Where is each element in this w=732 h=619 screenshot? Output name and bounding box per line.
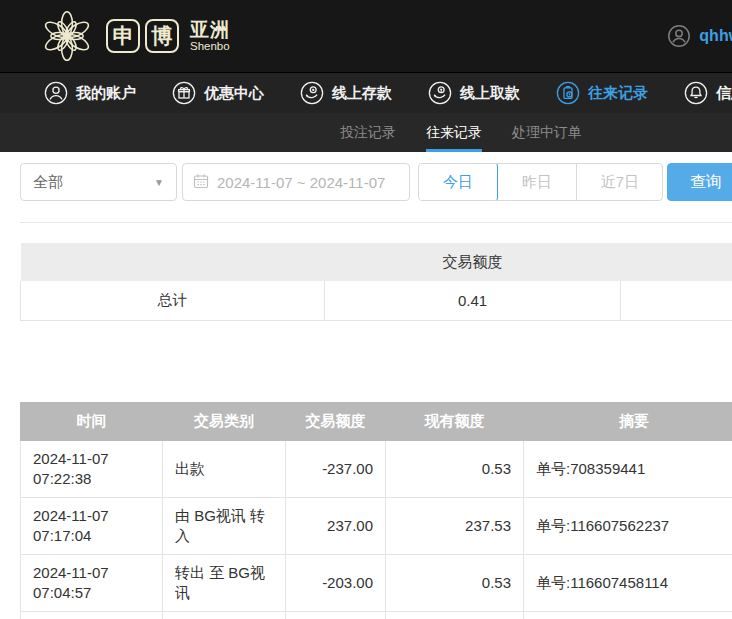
column-header: 交易类别 [163,403,286,441]
brand-logo[interactable]: 申 博 亚洲 Shenbo [40,9,230,63]
nav-item-label: 往来记录 [588,84,648,103]
user-avatar-icon [667,24,691,48]
quick-button-today[interactable]: 今日 [418,163,498,201]
table-row: 2024-11-07 07:22:38出款-237.000.53单号:70835… [21,441,732,498]
quick-button-yesterday[interactable]: 昨日 [498,163,577,201]
section-divider [20,222,732,223]
cell-type: 出款 [163,441,286,498]
date-range-value: 2024-11-07 ~ 2024-11-07 [217,174,385,191]
cell-type: 转出 至 BG视讯 [163,555,286,612]
summary-empty-header [621,243,732,281]
user-account-area[interactable]: qhhw2 [667,0,732,72]
cell-amount: -237.00 [286,441,386,498]
nav-item-withdrawal[interactable]: 线上取款 [428,81,520,105]
summary-amount-header: 交易额度 [325,243,621,281]
page: 申 博 亚洲 Shenbo qhhw2 我的账户优惠中心线上存款线上取款往来记录… [0,0,732,619]
nav-item-messages[interactable]: 信息 [684,81,732,105]
cell-time: 2024-11-07 07:22:38 [21,441,163,498]
tab-pending-orders[interactable]: 处理中订单 [512,113,582,152]
summary-empty-header [21,243,325,281]
main-navigation: 我的账户优惠中心线上存款线上取款往来记录信息 [0,72,732,113]
brand-name-boxes: 申 博 [106,19,179,53]
quick-date-button-group: 今日昨日近7日 [418,163,663,201]
nav-item-label: 线上存款 [332,84,392,103]
deposit-icon [300,81,324,105]
cell-summary: 单号:116607562237 [524,498,732,555]
user-icon [44,81,68,105]
quick-button-last7days[interactable]: 近7日 [577,163,663,201]
column-header: 交易额度 [286,403,386,441]
nav-item-label: 我的账户 [76,84,136,103]
summary-total-label: 总计 [21,281,325,320]
cell-amount: -203.00 [286,555,386,612]
username-text[interactable]: qhhw2 [699,27,732,45]
flower-logo-icon [40,9,94,63]
tab-bet-records[interactable]: 投注记录 [340,113,396,152]
cell-balance: 0.53 [386,555,524,612]
calendar-icon [193,173,209,192]
cell-summary: 单号:708359441 [524,441,732,498]
cell-balance: 0.53 [386,441,524,498]
cell-type: 由 BG视讯 转入 [163,498,286,555]
table-row: 2024-11-07 07:04:57转出 至 BG视讯-203.000.53单… [21,555,732,612]
cell-type: CGPAY-CG钱包支付笔笔送优惠 [163,612,286,619]
transaction-records-table: 时间交易类别交易额度现有额度摘要 2024-11-07 07:22:38出款-2… [20,402,732,619]
gift-icon [172,81,196,105]
nav-item-my-account[interactable]: 我的账户 [44,81,136,105]
cell-balance: 237.53 [386,498,524,555]
sub-navigation: 投注记录往来记录处理中订单 [0,113,732,152]
cell-amount: 1.00 [286,612,386,619]
chevron-down-icon: ▼ [154,177,164,188]
nav-item-label: 线上取款 [460,84,520,103]
nav-item-records[interactable]: 往来记录 [556,81,648,105]
cell-balance: 203.53 [386,612,524,619]
table-row: 2024-11-07 07:17:04由 BG视讯 转入237.00237.53… [21,498,732,555]
nav-item-promotions[interactable]: 优惠中心 [172,81,264,105]
select-value: 全部 [33,173,63,192]
bell-icon [684,81,708,105]
column-header: 时间 [21,403,163,441]
cell-amount: 237.00 [286,498,386,555]
column-header: 摘要 [524,403,732,441]
top-header-bar: 申 博 亚洲 Shenbo qhhw2 [0,0,732,72]
brand-char-box: 申 [106,19,140,53]
tab-transaction-records[interactable]: 往来记录 [426,113,482,152]
records-header-row: 时间交易类别交易额度现有额度摘要 [21,403,732,441]
brand-subtitle: 亚洲 Shenbo [190,20,230,53]
transaction-type-select[interactable]: 全部 ▼ [20,163,177,201]
summary-table: 交易额度 总计 0.41 [20,243,732,321]
cell-summary: 单号:116607458114 [524,555,732,612]
nav-item-label: 信息 [716,84,732,103]
summary-total-value: 0.41 [325,281,621,320]
table-row: 2024-11-07 07:04:46CGPAY-CG钱包支付笔笔送优惠1.00… [21,612,732,619]
column-header: 现有额度 [386,403,524,441]
search-button[interactable]: 查询 [667,163,732,201]
cell-time: 2024-11-07 07:04:46 [21,612,163,619]
summary-header-row: 交易额度 [21,243,732,281]
summary-total-row: 总计 0.41 [21,281,732,320]
withdraw-icon [428,81,452,105]
summary-empty-cell [621,281,732,320]
cell-time: 2024-11-07 07:17:04 [21,498,163,555]
nav-item-deposit[interactable]: 线上存款 [300,81,392,105]
nav-item-label: 优惠中心 [204,84,264,103]
records-icon [556,81,580,105]
cell-summary: 单号:202411073775082582 [524,612,732,619]
cell-time: 2024-11-07 07:04:57 [21,555,163,612]
brand-char-box: 博 [145,19,179,53]
date-range-input[interactable]: 2024-11-07 ~ 2024-11-07 [182,163,410,201]
